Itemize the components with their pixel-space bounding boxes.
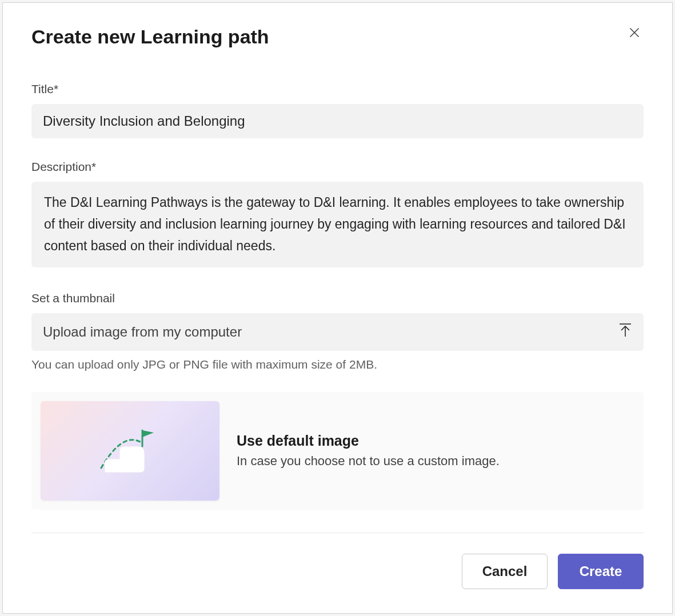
thumbnail-field-group: Set a thumbnail Upload image from my com… — [31, 291, 644, 510]
modal-footer: Cancel Create — [31, 533, 644, 589]
modal-header: Create new Learning path — [31, 26, 644, 48]
upload-icon — [618, 322, 632, 342]
create-button[interactable]: Create — [558, 554, 644, 589]
title-label: Title* — [31, 82, 644, 96]
default-thumbnail-preview — [41, 401, 219, 501]
close-button[interactable] — [625, 23, 644, 43]
description-label: Description* — [31, 160, 644, 174]
default-image-text: Use default image In case you choose not… — [237, 433, 632, 469]
modal-title: Create new Learning path — [31, 26, 269, 48]
default-image-title: Use default image — [237, 433, 632, 449]
description-textarea[interactable] — [31, 182, 644, 267]
description-field-group: Description* — [31, 160, 644, 270]
learning-path-icon — [93, 422, 167, 479]
thumbnail-label: Set a thumbnail — [31, 291, 644, 305]
create-learning-path-modal: Create new Learning path Title* Descript… — [2, 2, 673, 614]
close-icon — [629, 31, 640, 40]
form-body: Title* Description* Set a thumbnail Uplo… — [31, 82, 644, 533]
default-image-subtitle: In case you choose not to use a custom i… — [237, 454, 632, 469]
default-image-card[interactable]: Use default image In case you choose not… — [31, 392, 644, 510]
cancel-button[interactable]: Cancel — [462, 554, 548, 589]
upload-image-button[interactable]: Upload image from my computer — [31, 313, 644, 351]
title-field-group: Title* — [31, 82, 644, 138]
title-input[interactable] — [31, 104, 644, 138]
upload-text: Upload image from my computer — [43, 324, 242, 340]
upload-helper-text: You can upload only JPG or PNG file with… — [31, 358, 644, 371]
